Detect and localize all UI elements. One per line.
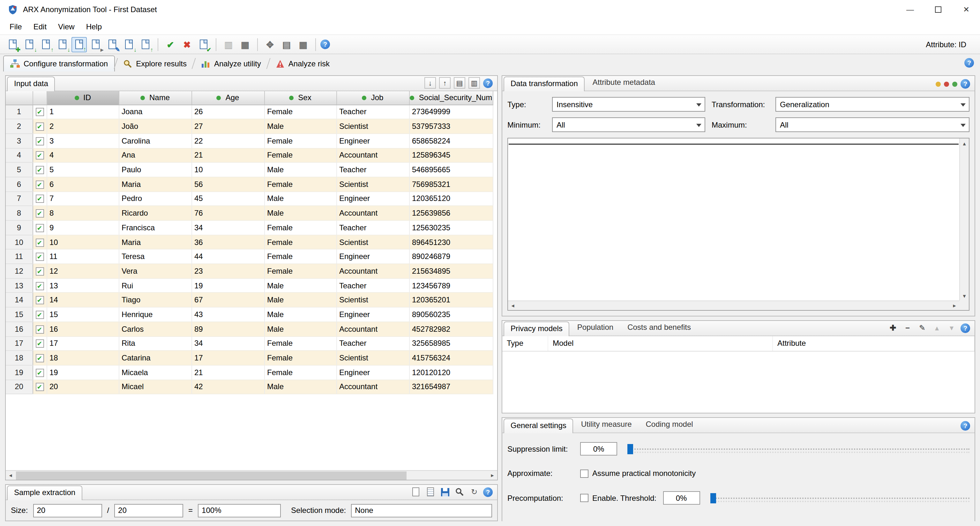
row-checkbox-cell[interactable]: ✔ [33, 293, 46, 307]
cell-name[interactable]: Micaela [119, 365, 191, 380]
help-icon[interactable]: ? [961, 79, 970, 89]
cell-sex[interactable]: Female [264, 148, 336, 162]
row-number[interactable]: 12 [6, 264, 33, 278]
row-number[interactable]: 8 [6, 206, 33, 221]
cell-name[interactable]: Catarina [119, 351, 191, 365]
cell-id[interactable]: 14 [46, 293, 119, 307]
sample-file-icon[interactable] [425, 486, 436, 497]
scroll-left-icon[interactable]: ◂ [6, 470, 15, 480]
checkbox-checked-icon[interactable]: ✔ [35, 354, 44, 362]
cell-ssn[interactable]: 120120120 [409, 365, 493, 380]
cell-age[interactable]: 23 [191, 264, 264, 278]
cell-ssn[interactable]: 120365201 [409, 293, 493, 307]
row-checkbox-cell[interactable]: ✔ [33, 307, 46, 321]
row-checkbox-cell[interactable]: ✔ [33, 249, 46, 264]
row-number[interactable]: 2 [6, 119, 33, 133]
scroll-down-icon[interactable]: ▾ [959, 291, 969, 300]
scroll-right-icon[interactable]: ▸ [488, 470, 497, 480]
selection-mode-field[interactable]: None [351, 504, 492, 517]
row-number[interactable]: 15 [6, 307, 33, 321]
row-number[interactable]: 7 [6, 191, 33, 206]
cell-sex[interactable]: Female [264, 235, 336, 249]
cell-sex[interactable]: Male [264, 278, 336, 293]
cell-job[interactable]: Accountant [336, 380, 409, 394]
cell-name[interactable]: Ricardo [119, 206, 191, 221]
cell-name[interactable]: Carlos [119, 322, 191, 336]
vertical-scrollbar[interactable]: ▴ ▾ [959, 138, 969, 300]
scrollbar-thumb[interactable] [16, 471, 407, 480]
checkbox-checked-icon[interactable]: ✔ [35, 209, 44, 218]
cell-id[interactable]: 5 [46, 163, 119, 177]
cell-job[interactable]: Engineer [336, 133, 409, 148]
grid-view-icon[interactable]: ▦ [296, 37, 311, 52]
cell-age[interactable]: 10 [191, 163, 264, 177]
cell-age[interactable]: 36 [191, 235, 264, 249]
cell-age[interactable]: 45 [191, 191, 264, 206]
row-number[interactable]: 11 [6, 249, 33, 264]
menu-file[interactable]: File [4, 19, 28, 35]
cell-job[interactable]: Scientist [336, 351, 409, 365]
cell-id[interactable]: 12 [46, 264, 119, 278]
cell-job[interactable]: Teacher [336, 163, 409, 177]
table-row[interactable]: 8✔8Ricardo76MaleAccountant125639856 [6, 206, 493, 221]
cell-sex[interactable]: Male [264, 191, 336, 206]
cell-sex[interactable]: Male [264, 119, 336, 133]
checkbox-checked-icon[interactable]: ✔ [35, 282, 44, 290]
row-checkbox-cell[interactable]: ✔ [33, 322, 46, 336]
tab-sample-extraction[interactable]: Sample extraction [7, 485, 82, 500]
checkbox-checked-icon[interactable]: ✔ [35, 369, 44, 377]
help-icon[interactable]: ? [961, 421, 970, 431]
row-number[interactable]: 1 [6, 105, 33, 119]
cell-sex[interactable]: Female [264, 249, 336, 264]
cell-name[interactable]: Micael [119, 380, 191, 394]
tab-analyze-risk[interactable]: Analyze risk [269, 56, 336, 72]
cell-age[interactable]: 34 [191, 221, 264, 235]
tab-population[interactable]: Population [571, 321, 620, 335]
cell-name[interactable]: Rui [119, 278, 191, 293]
privacy-column-type[interactable]: Type [502, 336, 548, 351]
row-checkbox-cell[interactable]: ✔ [33, 163, 46, 177]
cell-job[interactable]: Accountant [336, 206, 409, 221]
scroll-up-icon[interactable]: ▴ [959, 138, 969, 148]
cell-id[interactable]: 10 [46, 235, 119, 249]
menu-view[interactable]: View [52, 19, 80, 35]
edit-settings-icon[interactable]: ↓ [121, 37, 137, 52]
cell-id[interactable]: 15 [46, 307, 119, 321]
tab-input-data[interactable]: Input data [7, 76, 55, 91]
table-row[interactable]: 10✔10Maria36FemaleScientist896451230 [6, 235, 493, 249]
cell-ssn[interactable]: 215634895 [409, 264, 493, 278]
cell-job[interactable]: Engineer [336, 307, 409, 321]
cell-ssn[interactable]: 537957333 [409, 119, 493, 133]
cell-ssn[interactable]: 896451230 [409, 235, 493, 249]
row-checkbox-cell[interactable]: ✔ [33, 336, 46, 351]
cell-name[interactable]: Francisca [119, 221, 191, 235]
help-icon[interactable]: ? [483, 78, 493, 88]
cell-sex[interactable]: Male [264, 163, 336, 177]
cell-name[interactable]: Vera [119, 264, 191, 278]
sort-by-subset-icon[interactable]: ▤ [454, 77, 465, 89]
cell-ssn[interactable]: 321654987 [409, 380, 493, 394]
row-checkbox-cell[interactable]: ✔ [33, 264, 46, 278]
row-number[interactable]: 10 [6, 235, 33, 249]
table-row[interactable]: 1✔1Joana26FemaleTeacher273649999 [6, 105, 493, 119]
row-checkbox-cell[interactable]: ✔ [33, 133, 46, 148]
cell-age[interactable]: 76 [191, 206, 264, 221]
cell-job[interactable]: Engineer [336, 191, 409, 206]
checkbox-checked-icon[interactable]: ✔ [35, 267, 44, 276]
table-row[interactable]: 18✔18Catarina17FemaleScientist415756324 [6, 351, 493, 365]
refresh-sample-icon[interactable]: ↻ [468, 486, 480, 497]
checkbox-checked-icon[interactable]: ✔ [35, 253, 44, 261]
table-row[interactable]: 20✔20Micael42MaleAccountant321654987 [6, 380, 493, 394]
menu-help[interactable]: Help [80, 19, 108, 35]
cell-name[interactable]: João [119, 119, 191, 133]
cell-name[interactable]: Maria [119, 177, 191, 191]
cell-ssn[interactable]: 123456789 [409, 278, 493, 293]
cell-ssn[interactable]: 125896345 [409, 148, 493, 162]
cell-sex[interactable]: Female [264, 221, 336, 235]
save-sample-icon[interactable] [439, 486, 450, 497]
table-row[interactable]: 11✔11Teresa44FemaleEngineer890246879 [6, 249, 493, 264]
tab-analyze-utility[interactable]: Analyze utility [195, 56, 267, 72]
anonymize-icon[interactable]: ✔ [163, 37, 178, 52]
cell-age[interactable]: 44 [191, 249, 264, 264]
minimum-select[interactable]: All [552, 118, 705, 132]
